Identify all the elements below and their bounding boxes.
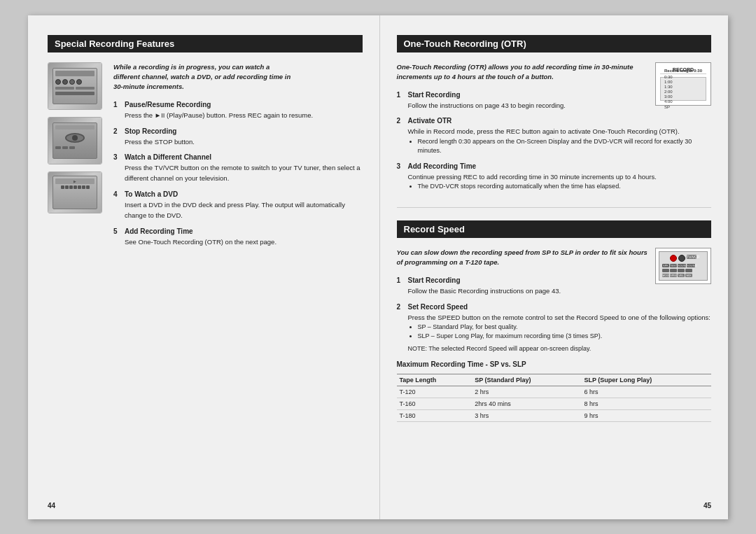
otr-step-2-num: 2 (397, 116, 408, 155)
left-steps-area: While a recording is in progress, you ca… (113, 62, 363, 253)
rs-step-2: 2 Set Record Speed Press the SPEED butto… (397, 302, 712, 353)
left-step-3-content: Watch a Different Channel Press the TV/V… (125, 153, 363, 184)
left-section-title: Special Recording Features (55, 38, 174, 49)
left-step-1-desc: Press the ►II (Play/Pause) button. Press… (125, 111, 313, 119)
device-image-top (48, 62, 102, 110)
otr-step-3-num: 3 (397, 162, 408, 192)
left-step-5-num: 5 (113, 227, 125, 247)
table-header-1: SP (Standard Play) (472, 374, 581, 386)
otr-step-3-desc: Continue pressing REC to add recording t… (408, 173, 657, 181)
max-table-title: Maximum Recording Time - SP vs. SLP (397, 360, 712, 368)
otr-content: RECORD Record length 0:30 0:30 1:00 1:30… (397, 62, 712, 197)
left-step-3-num: 3 (113, 153, 125, 184)
rs-step-2-title: Set Record Speed (408, 302, 712, 312)
table-cell-1-0: T-160 (397, 398, 472, 409)
rs-step-2-content: Set Record Speed Press the SPEED button … (408, 302, 712, 353)
left-step-5-title: Add Recording Time (125, 227, 363, 237)
table-cell-2-2: 9 hrs (581, 409, 711, 421)
left-step-4-title: To Watch a DVD (125, 190, 363, 199)
table-cell-1-1: 2hrs 40 mins (472, 398, 581, 409)
table-header-2: SLP (Super Long Play) (581, 374, 711, 386)
otr-step-3-content: Add Recording Time Continue pressing REC… (408, 162, 712, 192)
table-row: T-160 2hrs 40 mins 8 hrs (397, 398, 712, 409)
left-intro: While a recording is in progress, you ca… (113, 62, 295, 92)
record-speed-steps: 1 Start Recording Follow the Basic Recor… (397, 276, 712, 353)
otr-time-1: 1:00 (664, 80, 673, 84)
otr-time-0: 0:30 (664, 75, 673, 79)
otr-speed: SP (664, 105, 702, 109)
device-inner-bot: ▶ (48, 172, 102, 213)
table-row: T-180 3 hrs 9 hrs (397, 409, 712, 421)
left-step-4-num: 4 (113, 190, 125, 221)
otr-section-title: One-Touch Recording (OTR) (404, 38, 526, 49)
otr-step-1-num: 1 (397, 90, 408, 111)
otr-step-2: 2 Activate OTR While in Record mode, pre… (397, 116, 712, 155)
left-step-2-num: 2 (113, 127, 125, 147)
left-step-4-desc: Insert a DVD in the DVD deck and press P… (125, 201, 345, 219)
left-main-content: ▶ (48, 62, 363, 253)
otr-section: One-Touch Recording (OTR) RECORD Record … (397, 35, 712, 208)
speed-display: TV/VCR SPK TEST SOUND SOUND (655, 248, 711, 284)
left-step-2: 2 Stop Recording Press the STOP button. (113, 127, 363, 147)
left-step-2-title: Stop Recording (125, 127, 363, 136)
device-inner-mid (48, 118, 102, 164)
table-cell-1-2: 8 hrs (581, 398, 711, 409)
device-inner-top (48, 63, 102, 109)
left-step-1-content: Pause/Resume Recording Press the ►II (Pl… (125, 100, 363, 120)
record-speed-title: Record Speed (404, 224, 465, 234)
otr-step-2-desc: While in Record mode, press the REC butt… (408, 127, 680, 135)
otr-section-header: One-Touch Recording (OTR) (397, 35, 712, 52)
left-step-4: 4 To Watch a DVD Insert a DVD in the DVD… (113, 190, 363, 221)
otr-step-2-bullets: Record length 0:30 appears on the On-Scr… (418, 137, 712, 156)
rs-step-1: 1 Start Recording Follow the Basic Recor… (397, 276, 649, 296)
rs-step-2-bullet-0: SP – Standard Play, for best quality. (418, 323, 712, 332)
left-step-1: 1 Pause/Resume Recording Press the ►II (… (113, 100, 363, 120)
left-step-3-title: Watch a Different Channel (125, 153, 363, 162)
rs-step-2-num: 2 (397, 302, 408, 353)
left-section-header: Special Recording Features (48, 35, 363, 52)
otr-times: 0:30 1:00 1:30 2:00 3:00 4:00 (664, 75, 702, 104)
rs-step-1-content: Start Recording Follow the Basic Recordi… (408, 276, 649, 296)
otr-step-3: 3 Add Recording Time Continue pressing R… (397, 162, 712, 192)
otr-step-2-content: Activate OTR While in Record mode, press… (408, 116, 712, 155)
otr-step-1-desc: Follow the instructions on page 43 to be… (408, 101, 566, 109)
rs-step-1-desc: Follow the Basic Recording instructions … (408, 287, 561, 295)
otr-step-3-title: Add Recording Time (408, 162, 712, 171)
left-step-1-title: Pause/Resume Recording (125, 100, 363, 110)
speed-remote-rows3: MODE SPEED VEL MIX (662, 274, 704, 277)
max-recording-table: Tape Length SP (Standard Play) SLP (Supe… (397, 374, 712, 422)
page-number-left: 44 (48, 502, 55, 510)
otr-step-1: 1 Start Recording Follow the instruction… (397, 90, 649, 111)
record-speed-section: Record Speed TV/VCR SPK TEST SOUND (397, 220, 712, 422)
table-cell-0-0: T-120 (397, 386, 472, 398)
device-image-bot: ▶ (48, 171, 102, 213)
left-step-1-num: 1 (113, 100, 125, 120)
otr-time-2: 1:30 (664, 85, 673, 89)
rs-step-2-note: NOTE: The selected Record Speed will app… (408, 344, 712, 353)
device-image-mid (48, 117, 102, 164)
rs-step-2-bullet-1: SLP – Super Long Play, for maximum recor… (418, 332, 712, 342)
table-cell-0-2: 6 hrs (581, 386, 711, 398)
page-right: One-Touch Recording (OTR) RECORD Record … (380, 15, 729, 519)
otr-step-1-title: Start Recording (408, 90, 649, 100)
left-step-4-content: To Watch a DVD Insert a DVD in the DVD d… (125, 190, 363, 221)
otr-step-1-content: Start Recording Follow the instructions … (408, 90, 649, 111)
otr-step-3-bullets: The DVD-VCR stops recording automaticall… (418, 182, 712, 192)
speed-display-inner: TV/VCR SPK TEST SOUND SOUND (659, 251, 708, 281)
device-images: ▶ (48, 62, 104, 253)
left-step-2-content: Stop Recording Press the STOP button. (125, 127, 363, 147)
rs-step-2-desc: Press the SPEED button on the remote con… (408, 314, 711, 321)
otr-time-5: 4:00 (664, 99, 673, 104)
table-row: T-120 2 hrs 6 hrs (397, 386, 712, 398)
otr-time-3: 2:00 (664, 90, 673, 94)
left-step-5-desc: See One-Touch Recording (OTR) on the nex… (125, 238, 276, 246)
left-step-2-desc: Press the STOP button. (125, 138, 195, 146)
otr-screen: Record length 0:30 0:30 1:00 1:30 2:00 3… (660, 77, 706, 101)
otr-times-list: 0:30 1:00 1:30 2:00 3:00 4:00 (664, 75, 673, 104)
otr-step-2-bullet-0: Record length 0:30 appears on the On-Scr… (418, 137, 712, 156)
record-speed-header: Record Speed (397, 220, 712, 238)
left-step-5-content: Add Recording Time See One-Touch Recordi… (125, 227, 363, 247)
page-left: Special Recording Features (28, 15, 380, 519)
speed-remote-rows2 (662, 269, 704, 272)
otr-record-label: Record length 0:30 (664, 69, 702, 73)
